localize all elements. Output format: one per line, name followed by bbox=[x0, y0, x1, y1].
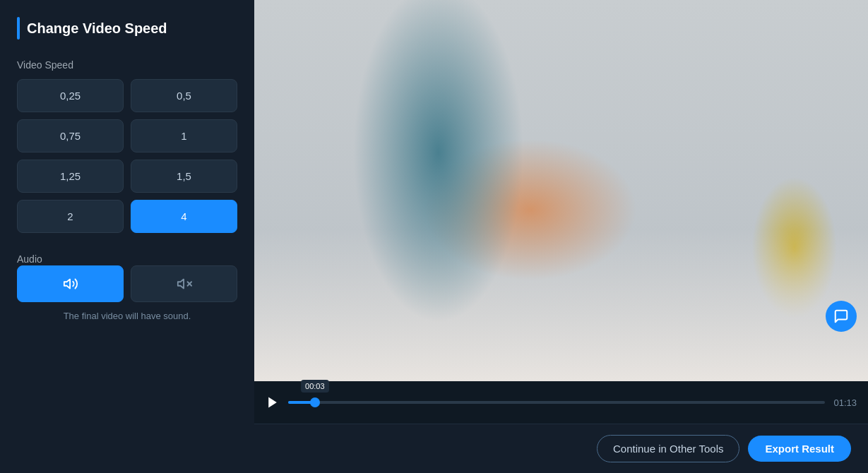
svg-marker-4 bbox=[268, 397, 277, 408]
speed-btn-15[interactable]: 1,5 bbox=[131, 160, 237, 193]
video-area bbox=[254, 0, 868, 381]
video-controls: 00:03 01:13 bbox=[254, 381, 868, 424]
audio-note: The final video will have sound. bbox=[17, 311, 237, 321]
audio-on-button[interactable] bbox=[17, 265, 124, 302]
speed-btn-4[interactable]: 4 bbox=[131, 200, 237, 233]
speed-btn-025[interactable]: 0,25 bbox=[17, 79, 124, 112]
video-frame bbox=[254, 0, 868, 381]
progress-bar-container[interactable]: 00:03 bbox=[288, 401, 825, 404]
chat-icon bbox=[833, 309, 849, 324]
speed-btn-075[interactable]: 0,75 bbox=[17, 119, 124, 152]
speed-btn-1[interactable]: 1 bbox=[131, 119, 237, 152]
panel-title: Change Video Speed bbox=[27, 20, 167, 37]
time-display: 01:13 bbox=[833, 397, 857, 408]
chat-button[interactable] bbox=[826, 301, 857, 332]
play-icon bbox=[266, 395, 280, 409]
sound-on-icon bbox=[63, 276, 78, 292]
svg-marker-1 bbox=[177, 280, 183, 289]
progress-thumb[interactable] bbox=[310, 397, 320, 407]
speed-btn-125[interactable]: 1,25 bbox=[17, 160, 124, 193]
speed-btn-2[interactable]: 2 bbox=[17, 200, 124, 233]
continue-other-tools-button[interactable]: Continue in Other Tools bbox=[597, 435, 739, 462]
sound-off-icon bbox=[177, 276, 192, 292]
left-panel: Change Video Speed Video Speed 0,25 0,5 … bbox=[0, 0, 254, 473]
progress-track[interactable] bbox=[288, 401, 825, 404]
audio-off-button[interactable] bbox=[131, 265, 237, 302]
play-button[interactable] bbox=[266, 395, 280, 409]
blue-accent-bar bbox=[17, 17, 20, 40]
svg-marker-0 bbox=[64, 280, 69, 289]
time-tooltip: 00:03 bbox=[301, 380, 329, 393]
speed-btn-05[interactable]: 0,5 bbox=[131, 79, 237, 112]
audio-section: Audio The final video will have sound. bbox=[17, 253, 237, 321]
panel-title-wrapper: Change Video Speed bbox=[17, 17, 237, 40]
export-result-button[interactable]: Export Result bbox=[748, 436, 851, 462]
audio-grid bbox=[17, 265, 237, 302]
right-panel: 00:03 01:13 Continue in Other Tools Expo… bbox=[254, 0, 868, 473]
audio-label: Audio bbox=[17, 253, 42, 265]
video-speed-label: Video Speed bbox=[17, 59, 237, 71]
bottom-bar: Continue in Other Tools Export Result bbox=[254, 424, 868, 473]
speed-grid: 0,25 0,5 0,75 1 1,25 1,5 2 4 bbox=[17, 79, 237, 233]
